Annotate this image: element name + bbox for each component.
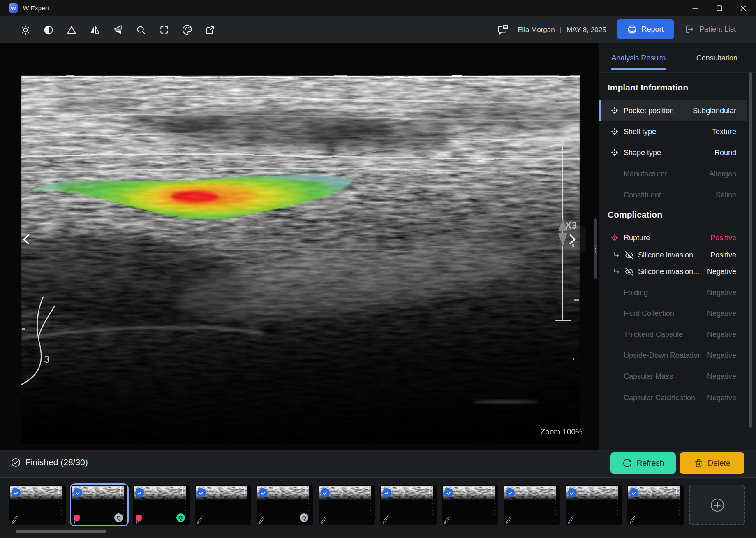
target-icon [610,128,619,136]
tab-consultation[interactable]: Consultation [678,43,756,73]
patient-list-button[interactable]: Patient List [684,19,736,39]
thumbnail-2[interactable]: Q [71,485,127,525]
exit-icon [684,24,694,34]
row-value: Saline [716,191,736,199]
thumbnail-6[interactable] [319,485,375,525]
eye-off-icon [625,267,633,276]
previous-image-button[interactable] [17,227,35,252]
ultrasound-image[interactable]: X3 3 [21,75,580,444]
row-folding[interactable]: Folding Negative [599,282,747,303]
maximize-button[interactable] [710,0,729,16]
separator: | [560,26,562,34]
refresh-label: Refresh [637,459,664,468]
flip-horizontal-button[interactable] [85,16,104,43]
row-silicone-invasion-1[interactable]: Silicone invasion... Positive [599,246,747,264]
window-title: W Expert [23,5,49,12]
check-icon [384,490,389,496]
thumbnail-5[interactable]: Q [257,485,313,525]
row-value: Positive [710,234,736,242]
close-icon [740,5,747,12]
zoom-level-label: Zoom 100% [541,427,583,436]
row-fluid-collection[interactable]: Fluid Collection Negative [599,303,747,324]
row-capsular-calcification[interactable]: Capsular Calcification Negative [599,387,747,408]
thumbnail-10[interactable] [566,485,622,525]
thumbnail-4[interactable] [195,485,251,525]
row-value: Allergan [709,170,736,179]
row-shell-type[interactable]: Shell type Texture [599,121,747,142]
chevron-right-icon [569,234,576,245]
row-value: Negative [707,288,736,297]
thumbnail-1[interactable] [9,485,66,525]
active-tab-underline [611,68,666,70]
refresh-button[interactable]: Refresh [610,452,676,474]
row-label: Upside-Down Roatation [624,351,702,360]
check-icon [261,490,266,496]
export-button[interactable] [201,16,220,43]
target-icon [610,234,619,242]
tirads-button[interactable] [62,16,81,43]
palette-button[interactable] [178,16,197,43]
panel-splitter-handle[interactable] [594,218,597,279]
thumbnail-7[interactable] [380,485,437,525]
brightness-button[interactable] [16,16,35,43]
row-thickend-capsule[interactable]: Thickend Capsule Negative [599,324,747,345]
contrast-button[interactable] [39,16,58,43]
contrast-icon [43,25,54,35]
finding-dot-badge [136,515,142,521]
sidebar-scrollbar[interactable] [749,72,752,428]
check-icon [14,490,19,496]
tab-analysis-results[interactable]: Analysis Results [599,43,678,73]
thumbnail-scrollbar[interactable] [16,530,106,533]
row-manufacturer[interactable]: Manufacturer Allergan [599,163,747,185]
thumbnail-11[interactable] [627,485,684,525]
brightness-icon [20,25,31,35]
report-button[interactable]: Report [617,19,674,39]
row-label: Capsular Calcification [624,394,695,402]
delete-button[interactable]: Delete [680,452,744,474]
check-badge [568,488,577,497]
external-link-icon [205,25,215,35]
row-capsular-mass[interactable]: Capsular Mass Negative [599,366,747,387]
minimize-button[interactable] [686,0,705,16]
toolbar-separator [236,19,236,41]
check-circle-icon [11,458,21,467]
row-rupture[interactable]: Rupture Positive [599,227,747,248]
fullscreen-button[interactable] [155,16,173,43]
thumbnail-3[interactable]: Q [133,485,190,525]
printer-icon [627,24,637,35]
row-label: Rupture [624,234,650,242]
check-icon [137,490,142,496]
row-label: Capsular Mass [624,372,673,381]
title-bar: ✦ W W Expert [0,0,756,16]
row-label: Fluid Collection [624,309,674,318]
triangle-icon [66,25,77,35]
row-label: Silicone invasion... [638,251,699,260]
row-label: Constituent [624,191,661,199]
target-icon [610,107,619,115]
row-label: Manufacturer [624,170,667,179]
consult-chat-button[interactable] [497,24,509,36]
row-upside-down-rotation[interactable]: Upside-Down Roatation Negative [599,345,747,366]
close-button[interactable] [734,0,753,16]
next-image-button[interactable] [559,226,586,253]
row-value: Negative [707,267,736,276]
thumbnail-9[interactable] [504,485,560,525]
row-value: Negative [707,372,736,381]
row-silicone-invasion-2[interactable]: Silicone invasion... Negative [599,263,747,280]
row-value: Round [714,148,736,157]
flip-vertical-button[interactable] [108,16,127,43]
thumbnail-strip: QQQ [0,478,756,538]
row-shape-type[interactable]: Shape type Round [599,142,747,163]
row-label: Silicone invasion... [638,267,699,276]
row-constituent[interactable]: Constituent Saline [599,184,747,206]
zoom-button[interactable] [132,16,150,43]
check-badge [135,488,144,497]
thumbnail-8[interactable] [442,485,498,525]
row-pocket-position[interactable]: Pocket position Subglandular [599,100,747,121]
row-label: Thickend Capsule [624,330,683,339]
add-image-button[interactable] [689,485,745,525]
splitter-dots-icon [595,245,596,252]
status-bar: Finished (28/30) Refresh Delete [0,450,756,478]
corner-down-right-icon [613,268,620,275]
app-logo: ✦ W [9,3,18,13]
